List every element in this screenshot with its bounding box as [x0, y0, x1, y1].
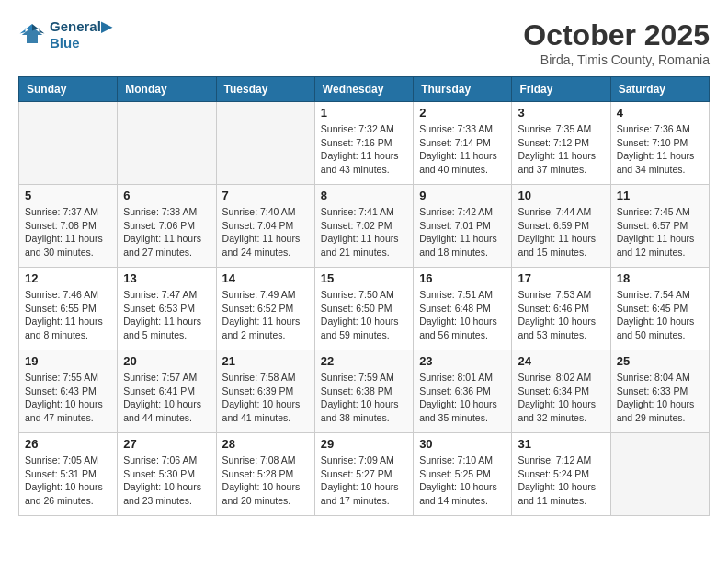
calendar-cell: 22Sunrise: 7:59 AM Sunset: 6:38 PM Dayli…: [314, 350, 413, 433]
day-info: Sunrise: 7:59 AM Sunset: 6:38 PM Dayligh…: [321, 371, 407, 425]
day-info: Sunrise: 7:47 AM Sunset: 6:53 PM Dayligh…: [123, 288, 210, 342]
day-number: 17: [518, 271, 604, 285]
calendar-cell: 27Sunrise: 7:06 AM Sunset: 5:30 PM Dayli…: [118, 433, 216, 516]
day-number: 27: [123, 437, 210, 451]
day-number: 16: [419, 271, 506, 285]
day-number: 18: [617, 271, 703, 285]
day-info: Sunrise: 7:51 AM Sunset: 6:48 PM Dayligh…: [419, 288, 506, 342]
calendar-cell: 25Sunrise: 8:04 AM Sunset: 6:33 PM Dayli…: [610, 350, 709, 433]
day-info: Sunrise: 7:32 AM Sunset: 7:16 PM Dayligh…: [321, 122, 407, 177]
day-info: Sunrise: 7:45 AM Sunset: 6:57 PM Dayligh…: [617, 205, 703, 259]
month-title: October 2025: [523, 18, 710, 52]
day-info: Sunrise: 7:50 AM Sunset: 6:50 PM Dayligh…: [321, 288, 407, 342]
day-number: 25: [617, 354, 703, 368]
title-block: October 2025 Birda, Timis County, Romani…: [523, 18, 710, 67]
day-info: Sunrise: 7:41 AM Sunset: 7:02 PM Dayligh…: [321, 205, 407, 259]
day-number: 5: [25, 189, 111, 202]
day-info: Sunrise: 7:38 AM Sunset: 7:06 PM Dayligh…: [123, 205, 210, 259]
day-number: 3: [518, 106, 604, 120]
calendar-cell: 7Sunrise: 7:40 AM Sunset: 7:04 PM Daylig…: [216, 185, 314, 268]
calendar-week-row: 19Sunrise: 7:55 AM Sunset: 6:43 PM Dayli…: [19, 350, 710, 433]
day-info: Sunrise: 7:33 AM Sunset: 7:14 PM Dayligh…: [419, 122, 506, 177]
day-info: Sunrise: 7:55 AM Sunset: 6:43 PM Dayligh…: [25, 371, 111, 425]
logo-icon: [18, 21, 46, 49]
calendar-cell: 5Sunrise: 7:37 AM Sunset: 7:08 PM Daylig…: [19, 185, 118, 268]
calendar-week-row: 5Sunrise: 7:37 AM Sunset: 7:08 PM Daylig…: [19, 185, 710, 268]
calendar-cell: [118, 102, 216, 185]
day-info: Sunrise: 7:40 AM Sunset: 7:04 PM Dayligh…: [222, 205, 309, 259]
day-number: 7: [222, 189, 309, 202]
day-number: 21: [222, 354, 309, 368]
day-info: Sunrise: 8:02 AM Sunset: 6:34 PM Dayligh…: [518, 371, 604, 425]
day-info: Sunrise: 7:10 AM Sunset: 5:25 PM Dayligh…: [419, 454, 506, 508]
day-info: Sunrise: 7:54 AM Sunset: 6:45 PM Dayligh…: [617, 288, 703, 342]
day-info: Sunrise: 7:49 AM Sunset: 6:52 PM Dayligh…: [222, 288, 309, 342]
calendar-cell: [610, 433, 709, 516]
calendar-cell: 10Sunrise: 7:44 AM Sunset: 6:59 PM Dayli…: [512, 185, 610, 268]
calendar-cell: 2Sunrise: 7:33 AM Sunset: 7:14 PM Daylig…: [414, 102, 512, 185]
location: Birda, Timis County, Romania: [523, 52, 710, 67]
calendar-cell: 4Sunrise: 7:36 AM Sunset: 7:10 PM Daylig…: [610, 102, 709, 185]
calendar-cell: 21Sunrise: 7:58 AM Sunset: 6:39 PM Dayli…: [216, 350, 314, 433]
day-number: 9: [419, 189, 506, 202]
calendar-cell: [19, 102, 118, 185]
weekday-header-saturday: Saturday: [610, 77, 709, 102]
day-info: Sunrise: 7:57 AM Sunset: 6:41 PM Dayligh…: [123, 371, 210, 425]
day-number: 30: [419, 437, 506, 451]
day-number: 24: [518, 354, 604, 368]
day-number: 13: [123, 271, 210, 285]
calendar-cell: 11Sunrise: 7:45 AM Sunset: 6:57 PM Dayli…: [610, 185, 709, 268]
day-info: Sunrise: 7:37 AM Sunset: 7:08 PM Dayligh…: [25, 205, 111, 259]
calendar-cell: 1Sunrise: 7:32 AM Sunset: 7:16 PM Daylig…: [314, 102, 413, 185]
calendar-cell: 29Sunrise: 7:09 AM Sunset: 5:27 PM Dayli…: [314, 433, 413, 516]
calendar-cell: 30Sunrise: 7:10 AM Sunset: 5:25 PM Dayli…: [414, 433, 512, 516]
day-info: Sunrise: 7:12 AM Sunset: 5:24 PM Dayligh…: [518, 454, 604, 508]
calendar-cell: 19Sunrise: 7:55 AM Sunset: 6:43 PM Dayli…: [19, 350, 118, 433]
calendar-cell: 24Sunrise: 8:02 AM Sunset: 6:34 PM Dayli…: [512, 350, 610, 433]
calendar-cell: 17Sunrise: 7:53 AM Sunset: 6:46 PM Dayli…: [512, 268, 610, 350]
calendar-cell: 16Sunrise: 7:51 AM Sunset: 6:48 PM Dayli…: [414, 268, 512, 350]
day-number: 15: [321, 271, 407, 285]
calendar-cell: 12Sunrise: 7:46 AM Sunset: 6:55 PM Dayli…: [19, 268, 118, 350]
day-number: 22: [321, 354, 407, 368]
logo-text: General▶ Blue: [50, 18, 112, 51]
page-header: General▶ Blue October 2025 Birda, Timis …: [18, 18, 710, 67]
calendar-cell: 14Sunrise: 7:49 AM Sunset: 6:52 PM Dayli…: [216, 268, 314, 350]
day-info: Sunrise: 7:05 AM Sunset: 5:31 PM Dayligh…: [25, 454, 111, 508]
weekday-header-thursday: Thursday: [414, 77, 512, 102]
day-number: 20: [123, 354, 210, 368]
day-number: 10: [518, 189, 604, 202]
weekday-header-tuesday: Tuesday: [216, 77, 314, 102]
day-info: Sunrise: 7:58 AM Sunset: 6:39 PM Dayligh…: [222, 371, 309, 425]
logo: General▶ Blue: [18, 18, 112, 51]
day-info: Sunrise: 7:36 AM Sunset: 7:10 PM Dayligh…: [617, 122, 703, 177]
weekday-header-friday: Friday: [512, 77, 610, 102]
day-info: Sunrise: 7:44 AM Sunset: 6:59 PM Dayligh…: [518, 205, 604, 259]
calendar-cell: 20Sunrise: 7:57 AM Sunset: 6:41 PM Dayli…: [118, 350, 216, 433]
day-number: 31: [518, 437, 604, 451]
day-info: Sunrise: 7:09 AM Sunset: 5:27 PM Dayligh…: [321, 454, 407, 508]
day-number: 19: [25, 354, 111, 368]
day-number: 2: [419, 106, 506, 120]
day-number: 14: [222, 271, 309, 285]
calendar-cell: 18Sunrise: 7:54 AM Sunset: 6:45 PM Dayli…: [610, 268, 709, 350]
day-number: 28: [222, 437, 309, 451]
calendar-week-row: 1Sunrise: 7:32 AM Sunset: 7:16 PM Daylig…: [19, 102, 710, 185]
day-number: 23: [419, 354, 506, 368]
calendar-cell: 6Sunrise: 7:38 AM Sunset: 7:06 PM Daylig…: [118, 185, 216, 268]
calendar-table: SundayMondayTuesdayWednesdayThursdayFrid…: [18, 76, 710, 516]
calendar-week-row: 12Sunrise: 7:46 AM Sunset: 6:55 PM Dayli…: [19, 268, 710, 350]
calendar-cell: 3Sunrise: 7:35 AM Sunset: 7:12 PM Daylig…: [512, 102, 610, 185]
day-number: 12: [25, 271, 111, 285]
calendar-cell: 31Sunrise: 7:12 AM Sunset: 5:24 PM Dayli…: [512, 433, 610, 516]
day-number: 11: [617, 189, 703, 202]
day-number: 1: [321, 106, 407, 120]
calendar-cell: 28Sunrise: 7:08 AM Sunset: 5:28 PM Dayli…: [216, 433, 314, 516]
day-info: Sunrise: 8:01 AM Sunset: 6:36 PM Dayligh…: [419, 371, 506, 425]
day-info: Sunrise: 7:06 AM Sunset: 5:30 PM Dayligh…: [123, 454, 210, 508]
calendar-cell: [216, 102, 314, 185]
weekday-header-row: SundayMondayTuesdayWednesdayThursdayFrid…: [19, 77, 710, 102]
day-number: 29: [321, 437, 407, 451]
calendar-cell: 8Sunrise: 7:41 AM Sunset: 7:02 PM Daylig…: [314, 185, 413, 268]
calendar-cell: 13Sunrise: 7:47 AM Sunset: 6:53 PM Dayli…: [118, 268, 216, 350]
